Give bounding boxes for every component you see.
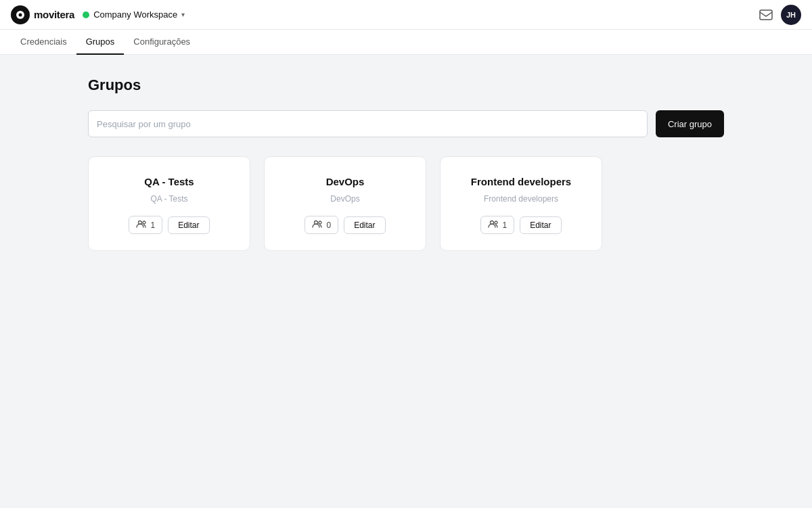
members-icon — [488, 220, 499, 230]
card-actions: 1 Editar — [129, 216, 209, 234]
search-row: Criar grupo — [88, 110, 724, 137]
header-right: JH — [759, 5, 801, 25]
member-count: 0 — [326, 221, 331, 230]
members-badge: 1 — [480, 216, 514, 234]
logo-text: movitera — [34, 9, 74, 20]
member-count: 1 — [502, 221, 507, 230]
svg-point-9 — [495, 221, 497, 224]
members-icon — [136, 220, 147, 230]
header-left: movitera Company Workspace ▾ — [11, 5, 185, 24]
card-actions: 0 Editar — [304, 216, 385, 234]
svg-point-7 — [319, 221, 321, 224]
page-title: Grupos — [88, 76, 724, 94]
group-card-devops: DevOps DevOps 0 Editar — [264, 156, 426, 251]
members-badge: 0 — [304, 216, 338, 234]
create-group-button[interactable]: Criar grupo — [656, 110, 724, 137]
tab-grupos[interactable]: Grupos — [76, 30, 125, 55]
edit-button-qa-tests[interactable]: Editar — [168, 216, 209, 234]
card-title: Frontend developers — [471, 176, 571, 187]
svg-point-5 — [143, 221, 145, 224]
workspace-name: Company Workspace — [93, 9, 177, 20]
tab-configuracoes[interactable]: Configurações — [124, 30, 200, 55]
edit-button-devops[interactable]: Editar — [344, 216, 385, 234]
tab-credenciais[interactable]: Credenciais — [11, 30, 76, 55]
members-badge: 1 — [129, 216, 162, 234]
members-icon — [312, 220, 323, 230]
user-avatar[interactable]: JH — [781, 5, 801, 25]
svg-point-2 — [19, 13, 22, 16]
member-count: 1 — [150, 221, 155, 230]
search-input[interactable] — [88, 110, 648, 137]
logo: movitera — [11, 5, 74, 24]
chevron-down-icon: ▾ — [181, 11, 185, 18]
logo-icon — [11, 5, 30, 24]
workspace-selector[interactable]: Company Workspace ▾ — [83, 9, 185, 20]
workspace-status-dot — [83, 11, 89, 18]
groups-grid: QA - Tests QA - Tests 1 Editar — [88, 156, 724, 251]
edit-button-frontend-developers[interactable]: Editar — [520, 216, 561, 234]
svg-rect-3 — [760, 10, 772, 20]
nav-tabs: Credenciais Grupos Configurações — [0, 30, 812, 55]
group-card-frontend-developers: Frontend developers Frontend developers … — [440, 156, 602, 251]
card-subtitle: DevOps — [330, 194, 359, 204]
card-subtitle: Frontend developers — [484, 194, 558, 204]
card-actions: 1 Editar — [480, 216, 561, 234]
card-title: DevOps — [326, 176, 365, 187]
main-content: Grupos Criar grupo QA - Tests QA - Tests — [0, 55, 812, 273]
group-card-qa-tests: QA - Tests QA - Tests 1 Editar — [88, 156, 250, 251]
header: movitera Company Workspace ▾ JH — [0, 0, 812, 30]
card-title: QA - Tests — [144, 176, 194, 187]
mail-icon[interactable] — [759, 8, 773, 22]
card-subtitle: QA - Tests — [150, 194, 187, 204]
